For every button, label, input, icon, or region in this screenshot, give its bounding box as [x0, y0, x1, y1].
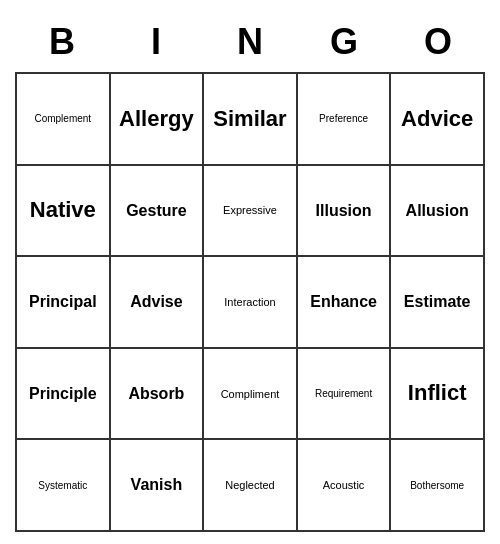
cell-text-2-4: Estimate: [404, 293, 471, 311]
cell-text-4-4: Bothersome: [410, 480, 464, 491]
bingo-cell-4-3: Acoustic: [298, 440, 392, 532]
cell-text-2-3: Enhance: [310, 293, 377, 311]
header-letter-o: O: [391, 12, 485, 72]
bingo-cell-4-1: Vanish: [111, 440, 205, 532]
cell-text-0-4: Advice: [401, 107, 473, 131]
bingo-cell-0-3: Preference: [298, 74, 392, 166]
bingo-row-2: PrincipalAdviseInteractionEnhanceEstimat…: [17, 257, 485, 349]
cell-text-4-2: Neglected: [225, 479, 275, 491]
cell-text-1-4: Allusion: [406, 202, 469, 220]
cell-text-4-1: Vanish: [131, 476, 183, 494]
cell-text-1-1: Gesture: [126, 202, 186, 220]
cell-text-3-2: Compliment: [221, 388, 280, 400]
bingo-cell-2-2: Interaction: [204, 257, 298, 349]
bingo-cell-3-4: Inflict: [391, 349, 485, 441]
bingo-cell-2-1: Advise: [111, 257, 205, 349]
cell-text-0-0: Complement: [34, 113, 91, 124]
bingo-cell-4-0: Systematic: [17, 440, 111, 532]
header-letter-n: N: [203, 12, 297, 72]
bingo-cell-1-3: Illusion: [298, 166, 392, 258]
bingo-cell-4-4: Bothersome: [391, 440, 485, 532]
bingo-cell-3-3: Requirement: [298, 349, 392, 441]
cell-text-2-2: Interaction: [224, 296, 275, 308]
cell-text-2-1: Advise: [130, 293, 182, 311]
header-letter-b: B: [15, 12, 109, 72]
bingo-row-3: PrincipleAbsorbComplimentRequirementInfl…: [17, 349, 485, 441]
bingo-cell-0-1: Allergy: [111, 74, 205, 166]
cell-text-0-1: Allergy: [119, 107, 194, 131]
bingo-cell-1-0: Native: [17, 166, 111, 258]
cell-text-3-4: Inflict: [408, 381, 467, 405]
bingo-cell-1-4: Allusion: [391, 166, 485, 258]
cell-text-1-3: Illusion: [316, 202, 372, 220]
cell-text-2-0: Principal: [29, 293, 97, 311]
bingo-cell-0-0: Complement: [17, 74, 111, 166]
bingo-row-4: SystematicVanishNeglectedAcousticBothers…: [17, 440, 485, 532]
bingo-cell-0-4: Advice: [391, 74, 485, 166]
bingo-cell-0-2: Similar: [204, 74, 298, 166]
bingo-cell-2-0: Principal: [17, 257, 111, 349]
header-letter-i: I: [109, 12, 203, 72]
cell-text-0-2: Similar: [213, 107, 286, 131]
header-letter-g: G: [297, 12, 391, 72]
bingo-cell-3-2: Compliment: [204, 349, 298, 441]
cell-text-4-3: Acoustic: [323, 479, 365, 491]
bingo-row-1: NativeGestureExpressiveIllusionAllusion: [17, 166, 485, 258]
bingo-card: BINGO ComplementAllergySimilarPreference…: [15, 12, 485, 532]
bingo-header: BINGO: [15, 12, 485, 72]
cell-text-1-0: Native: [30, 198, 96, 222]
cell-text-3-3: Requirement: [315, 388, 372, 399]
bingo-row-0: ComplementAllergySimilarPreferenceAdvice: [17, 74, 485, 166]
bingo-cell-4-2: Neglected: [204, 440, 298, 532]
bingo-cell-3-1: Absorb: [111, 349, 205, 441]
cell-text-1-2: Expressive: [223, 204, 277, 216]
bingo-cell-1-1: Gesture: [111, 166, 205, 258]
cell-text-4-0: Systematic: [38, 480, 87, 491]
bingo-cell-2-3: Enhance: [298, 257, 392, 349]
bingo-cell-1-2: Expressive: [204, 166, 298, 258]
bingo-grid: ComplementAllergySimilarPreferenceAdvice…: [15, 72, 485, 532]
cell-text-3-0: Principle: [29, 385, 97, 403]
bingo-cell-2-4: Estimate: [391, 257, 485, 349]
cell-text-0-3: Preference: [319, 113, 368, 124]
bingo-cell-3-0: Principle: [17, 349, 111, 441]
cell-text-3-1: Absorb: [128, 385, 184, 403]
